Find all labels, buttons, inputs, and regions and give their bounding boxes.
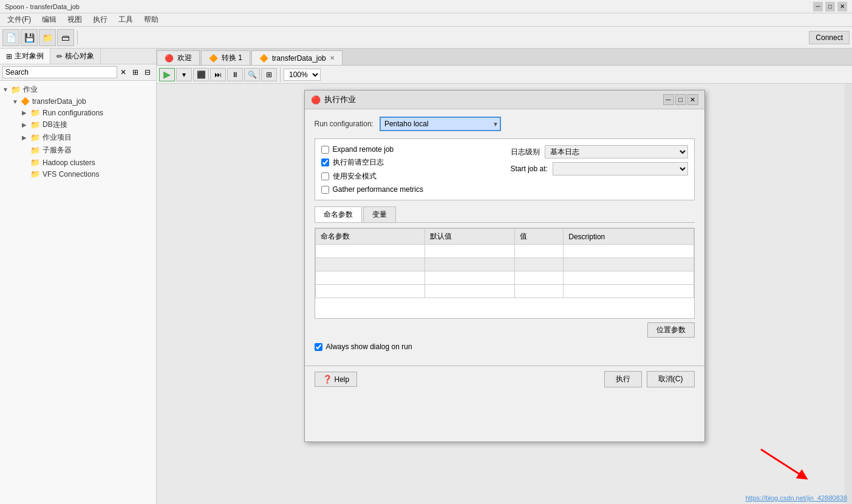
search-expand-btn[interactable]: ⊟ (141, 66, 154, 78)
dialog-minimize[interactable]: ─ (663, 94, 674, 105)
execute-button[interactable]: 执行 (604, 371, 642, 387)
red-arrow-diagonal (749, 437, 822, 486)
tree-item-hadoop[interactable]: 📁 Hadoop clusters (19, 157, 156, 168)
tree-item-job[interactable]: ▼ 🔶 transferData_job (10, 96, 156, 107)
cell-param-name-2[interactable] (315, 258, 425, 271)
cell-desc[interactable] (564, 245, 694, 258)
tree-item-slave[interactable]: 📁 子服务器 (19, 144, 156, 157)
help-label: Help (335, 375, 350, 384)
gather-metrics-checkbox[interactable] (321, 186, 329, 194)
tab-job-close[interactable]: ✕ (330, 55, 335, 61)
menu-run[interactable]: 执行 (88, 13, 112, 26)
minimize-button[interactable]: ─ (813, 2, 823, 12)
run-button[interactable]: ▶ (159, 68, 175, 81)
detail-grid: Expand remote job 执行前请空日志 使用安全模式 (321, 145, 688, 194)
tree-arrow-db: ▶ (22, 121, 30, 128)
dialog-close[interactable]: ✕ (687, 94, 698, 105)
always-show-label: Always show dialog on run (326, 342, 412, 351)
ed-btn-step[interactable]: ⏭ (210, 68, 226, 81)
window-controls[interactable]: ─ □ ✕ (813, 2, 847, 12)
cell-param-name-4[interactable] (315, 285, 425, 298)
close-button[interactable]: ✕ (837, 2, 847, 12)
ed-btn-stop[interactable]: ⬛ (193, 68, 209, 81)
cell-default-2[interactable] (425, 258, 514, 271)
toolbar-btn-1[interactable]: 📄 (2, 29, 19, 46)
start-job-label: Start job at: (511, 165, 548, 173)
clear-log-checkbox[interactable] (321, 158, 329, 166)
tab-transfer-job[interactable]: 🔶 transferData_job ✕ (251, 50, 343, 65)
cell-default-4[interactable] (425, 285, 514, 298)
tree-item-db[interactable]: ▶ 📁 DB连接 (19, 118, 156, 131)
cell-desc-4[interactable] (564, 285, 694, 298)
menu-help[interactable]: 帮助 (139, 13, 163, 26)
dialog-maximize[interactable]: □ (675, 94, 686, 105)
cell-value-4[interactable] (514, 285, 564, 298)
toolbar-btn-3[interactable]: 📁 (39, 29, 56, 46)
connect-button[interactable]: Connect (809, 31, 850, 44)
left-panel: ⊞ 主对象例 ✏ 核心对象 ✕ ⊞ ⊟ ▼ 📁 作业 ▼ (0, 49, 157, 504)
log-level-label: 日志级别 (511, 147, 540, 157)
folder-icon-run: 📁 (30, 108, 40, 117)
menu-tools[interactable]: 工具 (114, 13, 138, 26)
ed-btn-grid[interactable]: ⊞ (261, 68, 277, 81)
toolbar-btn-2[interactable]: 💾 (21, 29, 38, 46)
gather-metrics-label: Gather performance metrics (333, 185, 423, 194)
core-objects-label: 核心对象 (65, 51, 94, 61)
tab-named-params[interactable]: 命名参数 (315, 206, 362, 222)
always-show-checkbox[interactable] (315, 343, 322, 351)
search-icon-btn[interactable]: ⊞ (129, 66, 141, 78)
search-clear-button[interactable]: ✕ (117, 66, 129, 78)
maximize-button[interactable]: □ (825, 2, 835, 12)
start-job-row: Start job at: (511, 162, 688, 175)
params-tabs: 命名参数 变量 (315, 206, 695, 223)
run-config-select[interactable]: Pentaho local Pentaho remote (380, 117, 501, 131)
expand-remote-row: Expand remote job (321, 145, 499, 154)
run-config-row: Run configuration: Pentaho local Pentaho… (315, 117, 695, 131)
cell-value[interactable] (514, 245, 564, 258)
table-row (315, 271, 694, 285)
safe-mode-checkbox[interactable] (321, 172, 329, 180)
ed-btn-preview[interactable]: 🔍 (244, 68, 260, 81)
dialog-title-icon: 🔴 (311, 95, 321, 104)
log-level-select[interactable]: 基本日志 详细 调试 行级别 错误 无 (545, 145, 688, 158)
ed-btn-pause[interactable]: ⏸ (227, 68, 243, 81)
toolbar-btn-4[interactable]: 🗃 (57, 29, 74, 46)
table-row (315, 285, 694, 298)
tree-view: ▼ 📁 作业 ▼ 🔶 transferData_job ▶ 📁 Run conf… (0, 81, 156, 504)
cell-default[interactable] (425, 245, 514, 258)
menu-edit[interactable]: 编辑 (37, 13, 61, 26)
cell-param-name-3[interactable] (315, 271, 425, 285)
tree-item-job-items[interactable]: ▶ 📁 作业项目 (19, 131, 156, 144)
cell-value-2[interactable] (514, 258, 564, 271)
tab-variables[interactable]: 变量 (363, 206, 396, 222)
scrollbar[interactable] (845, 84, 852, 504)
menu-view[interactable]: 视图 (63, 13, 87, 26)
tree-item-vfs[interactable]: 📁 VFS Connections (19, 168, 156, 180)
tree-item-root[interactable]: ▼ 📁 作业 (0, 83, 156, 96)
cell-desc-3[interactable] (564, 271, 694, 285)
help-button[interactable]: ❓ Help (315, 372, 358, 387)
expand-remote-checkbox[interactable] (321, 146, 329, 154)
cancel-button[interactable]: 取消(C) (647, 371, 695, 387)
cell-param-name[interactable] (315, 245, 425, 258)
tab-transform[interactable]: 🔶 转换 1 (201, 50, 250, 65)
tree-item-run-configs[interactable]: ▶ 📁 Run configurations (19, 107, 156, 118)
canvas-area[interactable]: ▶ Start 🔴 执行作业 ─ □ ✕ (157, 84, 852, 504)
start-job-select[interactable] (553, 162, 688, 175)
cell-default-3[interactable] (425, 271, 514, 285)
col-value: 值 (514, 229, 564, 245)
ed-btn-dropdown[interactable]: ▾ (176, 68, 192, 81)
tree-label-vfs: VFS Connections (43, 170, 99, 179)
menu-file[interactable]: 文件(F) (2, 13, 36, 26)
zoom-select[interactable]: 100% 50% 75% 125% 150% 200% (284, 69, 321, 81)
cell-desc-2[interactable] (564, 258, 694, 271)
search-input[interactable] (2, 66, 117, 78)
left-tab-core-objects[interactable]: ✏ 核心对象 (50, 49, 101, 64)
folder-icon-db: 📁 (30, 120, 40, 129)
log-level-select-wrapper: 基本日志 详细 调试 行级别 错误 无 (545, 145, 688, 158)
tree-arrow-run: ▶ (22, 109, 30, 116)
cell-value-3[interactable] (514, 271, 564, 285)
position-params-button[interactable]: 位置参数 (647, 322, 695, 338)
left-tab-main-objects[interactable]: ⊞ 主对象例 (0, 49, 50, 64)
tab-welcome[interactable]: 🔴 欢迎 (157, 50, 200, 65)
